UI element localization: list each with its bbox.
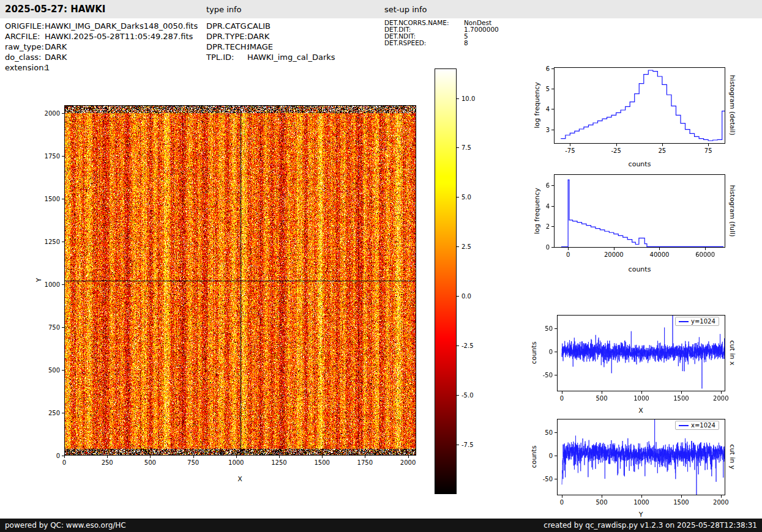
info-value: HAWKI_img_cal_Darks [247,52,335,62]
tick-label: 0 [560,499,564,506]
tick-mark [551,109,554,109]
tick-mark [457,197,459,198]
tick-mark [555,432,557,433]
tick-label: -75 [565,147,575,154]
tick-label: 75 [704,147,712,154]
hist-detail-ylabel: log frequency [533,82,541,128]
tick-label: 1000 [633,499,649,506]
info-value: 1.7000000 [464,26,499,33]
tick-label: 20000 [604,251,624,258]
tick-mark [641,391,642,394]
tick-mark [551,247,554,248]
legend-line-icon [679,321,689,322]
tick-label: 0.0 [461,293,471,300]
cut-y-ylabel: counts [530,446,538,468]
info-row-origfile: ORIGFILE: HAWKI_IMG_DARK_Darks148_0050.f… [5,21,198,31]
setup-info-block: DET.NCORRS.NAME: NonDest DET.DIT: 1.7000… [384,20,499,46]
tick-mark [681,495,682,498]
tick-mark [457,345,459,346]
cut-x-side-label: cut in x [728,341,736,366]
tick-label: 2000 [45,110,60,117]
tick-mark [555,352,557,352]
tick-mark [555,456,557,456]
hist-full-xlabel: counts [629,265,651,273]
tick-label: 2000 [713,499,728,506]
tick-mark [602,391,602,394]
cut-y-legend-label: x=1024 [691,422,715,429]
setup-info-heading: set-up info [384,5,427,14]
cut-x-legend: y=1024 [675,317,719,326]
tick-label: -50 [543,372,553,379]
tick-label: 750 [48,324,60,331]
tick-mark [602,495,602,498]
tick-label: 1000 [45,281,60,288]
tick-label: 1250 [271,459,286,466]
info-row-raw-type: raw_type: DARK [5,42,198,52]
tick-mark [568,248,569,250]
tick-label: 0 [546,243,550,250]
tick-label: 0 [56,453,60,459]
tick-mark [62,156,64,157]
tick-label: 0 [62,459,66,466]
tick-mark [408,456,409,458]
cut-in-x-plot [557,315,725,391]
tick-mark [62,284,64,285]
tick-mark [551,206,554,207]
tick-label: 5 [546,86,550,92]
tick-label: 2000 [400,459,416,466]
type-info-block: DPR.CATG: CALIB DPR.TYPE: DARK DPR.TECH:… [206,21,335,62]
tick-mark [62,413,64,413]
footer-powered-by: powered by QC: www.eso.org/HC [5,521,126,530]
tick-mark [659,248,660,250]
tick-label: 3 [546,126,550,133]
tick-label: 1750 [45,153,60,160]
info-row-tpl-id: TPL.ID: HAWKI_img_cal_Darks [206,52,335,62]
info-row-dpr-type: DPR.TYPE: DARK [206,31,335,42]
tick-mark [457,445,459,445]
tick-label: 10.0 [461,95,475,102]
footer-bar: powered by QC: www.eso.org/HC created by… [0,519,762,532]
info-label: DET.RSPEED: [384,40,464,46]
tick-label: 750 [187,459,199,466]
tick-label: 2.5 [461,243,471,250]
tick-label: 6 [546,182,550,189]
info-row-arcfile: ARCFILE: HAWKI.2025-05-28T11:05:49.287.f… [5,31,198,42]
hist-detail-side-label: histogram (detail) [728,75,736,136]
info-value: 1 [45,62,50,73]
type-info-heading: type info [206,5,242,14]
tick-mark [62,242,64,242]
tick-label: -50 [543,476,553,482]
tick-mark [457,246,459,247]
tick-label: 500 [596,395,607,402]
tick-label: 60000 [695,251,715,258]
info-row-extension: extension: 1 [5,62,198,73]
tick-label: 1500 [673,395,689,402]
info-value: DARK [247,31,269,42]
histogram-full-plot [554,174,725,248]
tick-label: 250 [48,410,60,416]
tick-label: 1250 [45,238,60,245]
tick-label: 1000 [228,459,244,466]
tick-mark [616,144,617,146]
info-label: DPR.TECH: [206,42,247,52]
colorbar [435,68,457,494]
tick-label: -2.5 [461,342,474,349]
tick-mark [551,185,554,186]
main-ylabel: Y [35,278,43,283]
footer-created-by: created by qc_rawdisp.py v1.2.3 on 2025-… [543,521,757,530]
tick-label: 2 [546,223,550,230]
tick-mark [614,248,614,250]
info-value: HAWKI.2025-05-28T11:05:49.287.fits [45,31,193,42]
tick-label: 5.0 [461,194,471,201]
info-label: do_class: [5,52,45,62]
info-label: TPL.ID: [206,52,247,62]
cut-x-ylabel: counts [530,342,538,364]
info-value: IMAGE [247,42,273,52]
info-label: DPR.TYPE: [206,31,247,42]
tick-mark [551,68,554,69]
tick-label: 25 [659,147,667,154]
tick-mark [562,495,562,498]
tick-mark [150,456,151,458]
info-value: 8 [464,40,468,46]
cut-in-y-plot [557,419,725,495]
